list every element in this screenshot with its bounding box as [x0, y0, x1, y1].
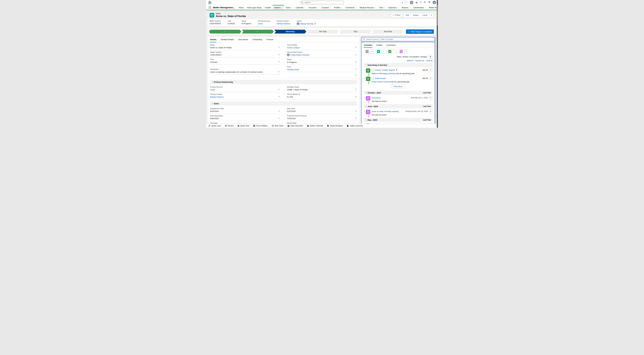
utility-intake-launcher[interactable]: Intake Launcher [345, 124, 365, 128]
notifications-bell-icon[interactable] [428, 1, 430, 4]
global-search-input[interactable] [300, 1, 344, 4]
chevron-down-icon[interactable] [317, 7, 318, 8]
chevron-down-icon[interactable] [292, 7, 293, 8]
task-caret-button[interactable] [393, 49, 397, 54]
assignee-link[interactable]: Madison Managing Attorney [372, 72, 395, 75]
user-avatar[interactable] [432, 1, 436, 4]
edit-pencil-icon[interactable]: ✎ [278, 110, 280, 112]
chevron-down-icon[interactable] [384, 7, 386, 8]
favorites-star-icon[interactable]: ★ [400, 1, 404, 4]
mark-stage-complete-button[interactable]: ✓Mark Stage as Complete [406, 29, 434, 34]
chevron-down-icon[interactable] [398, 7, 399, 8]
nav-tab[interactable]: Expenses [387, 5, 400, 10]
nav-tab[interactable]: Profiles [332, 5, 344, 10]
new-task-button[interactable] [386, 49, 393, 54]
call-caret-button[interactable] [382, 49, 385, 54]
edit-pencil-icon[interactable]: ✎ [278, 95, 280, 98]
edit-pencil-icon[interactable]: ✎ [355, 68, 357, 70]
new-event-button[interactable] [398, 49, 404, 54]
edit-pencil-icon[interactable]: ✎ [355, 74, 357, 76]
utility-quick-post[interactable]: Quick Post [236, 124, 251, 128]
record-search-input[interactable] [362, 37, 434, 41]
nav-tab[interactable]: Accounts [307, 5, 320, 10]
help-icon[interactable]: ? [420, 1, 422, 4]
nav-tab[interactable]: Dashboards [412, 5, 427, 10]
nav-tab[interactable]: Chatter [263, 5, 273, 10]
email-button[interactable] [364, 49, 370, 54]
path-stage[interactable]: ✓ [242, 30, 274, 33]
expand-chevron-icon[interactable] [364, 111, 365, 112]
nav-tab[interactable]: Calendar [294, 5, 307, 10]
event-caret-button[interactable] [404, 49, 408, 54]
activity-tab[interactable]: Comments [386, 42, 396, 48]
more-actions-caret[interactable] [430, 13, 434, 17]
activity-link[interactable]: View All [425, 60, 432, 62]
item-actions-caret[interactable] [429, 96, 432, 99]
task-checkbox[interactable] [372, 77, 374, 79]
timeline-section-header[interactable]: May • 2024 Last Year [364, 118, 432, 122]
activity-link[interactable]: Expand All [414, 60, 424, 62]
edit-pencil-icon[interactable]: ✎ [278, 117, 280, 119]
nav-tab[interactable]: Comments [344, 5, 358, 10]
detail-tab[interactable]: Documents [238, 37, 248, 42]
favorites-caret-icon[interactable] [404, 1, 408, 4]
expand-chevron-icon[interactable] [364, 77, 365, 79]
app-launcher-icon[interactable] [208, 5, 212, 10]
setup-gear-icon[interactable] [424, 1, 426, 4]
nav-tab[interactable]: Medical Records [358, 5, 378, 10]
expand-chevron-icon[interactable] [364, 69, 365, 70]
field-value-link[interactable]: Finley Senior Counsel [290, 54, 309, 56]
edit-pencil-icon[interactable]: ✎ [355, 46, 357, 48]
edit-button[interactable]: Edit [404, 13, 411, 17]
utility-recent[interactable]: Recent [223, 124, 236, 128]
item-actions-caret[interactable] [429, 123, 432, 124]
item-actions-caret[interactable] [429, 77, 432, 80]
utility-matter-calendar[interactable]: Matter Calendar [305, 124, 325, 128]
path-stage[interactable]: Pre-Trial [307, 30, 339, 33]
activity-link[interactable]: Refresh [407, 60, 413, 62]
path-stage[interactable]: ✓ [209, 30, 241, 33]
timeline-item-title[interactable]: Test Event [372, 97, 380, 99]
timeline-section-header[interactable]: October • 2024 Last Year [364, 91, 432, 95]
expand-chevron-icon[interactable] [364, 97, 365, 98]
delete-button[interactable]: Delete [411, 13, 420, 17]
field-value-link[interactable]: Acme Contract [287, 46, 300, 49]
filter-icon[interactable] [428, 55, 432, 59]
field-value-link[interactable]: Florida Courts [287, 68, 299, 71]
clone-button[interactable]: Clone [420, 13, 430, 17]
edit-pencil-icon[interactable]: ✎ [278, 53, 280, 56]
nav-tab[interactable]: Home [237, 5, 245, 10]
item-actions-caret[interactable] [429, 68, 432, 72]
change-owner-icon[interactable] [314, 22, 316, 25]
edit-pencil-icon[interactable]: ✎ [355, 88, 357, 91]
nav-tab[interactable]: Tasks [284, 5, 294, 10]
section-header[interactable]: Primary Relationship [210, 80, 357, 84]
edit-pencil-icon[interactable]: ✎ [355, 110, 357, 112]
item-actions-caret[interactable] [429, 110, 432, 113]
activity-tab[interactable]: Chatter [376, 42, 382, 48]
log-call-button[interactable] [375, 49, 382, 54]
detail-tab[interactable]: Finance [266, 37, 273, 42]
chevron-down-icon[interactable] [425, 7, 426, 8]
timeline-section-header[interactable]: Upcoming & Overdue [364, 63, 432, 67]
utility-multi-timer[interactable]: Multi Timer [270, 124, 286, 128]
field-value-link[interactable]: Edward Stamos [277, 22, 290, 25]
chevron-down-icon[interactable] [330, 7, 331, 8]
chevron-down-icon[interactable] [304, 7, 306, 8]
detail-tab[interactable]: Related Details [221, 37, 234, 42]
timeline-item-title[interactable]: acme vs state of florida meeting [372, 110, 399, 112]
chevron-down-icon[interactable] [282, 7, 283, 8]
utility-quick-links[interactable]: Quick Links [206, 124, 223, 128]
field-value-link[interactable]: Acme [258, 22, 262, 25]
chevron-down-icon[interactable] [356, 7, 357, 8]
detail-tab[interactable]: Details [210, 37, 216, 42]
activity-tab[interactable]: Activities [364, 42, 372, 48]
field-value-link[interactable]: Acme [210, 89, 215, 91]
nav-tab[interactable]: Matters [273, 5, 284, 10]
section-header[interactable]: Dates [210, 101, 357, 106]
email-caret-button[interactable] [370, 49, 374, 54]
edit-pencil-icon[interactable]: ✎ [355, 117, 357, 119]
utility-date-calculator[interactable]: Date Calculator [286, 124, 305, 128]
edit-pencil-icon[interactable]: ✎ [355, 95, 357, 98]
field-value-link[interactable]: Edward Stamos [210, 96, 224, 98]
